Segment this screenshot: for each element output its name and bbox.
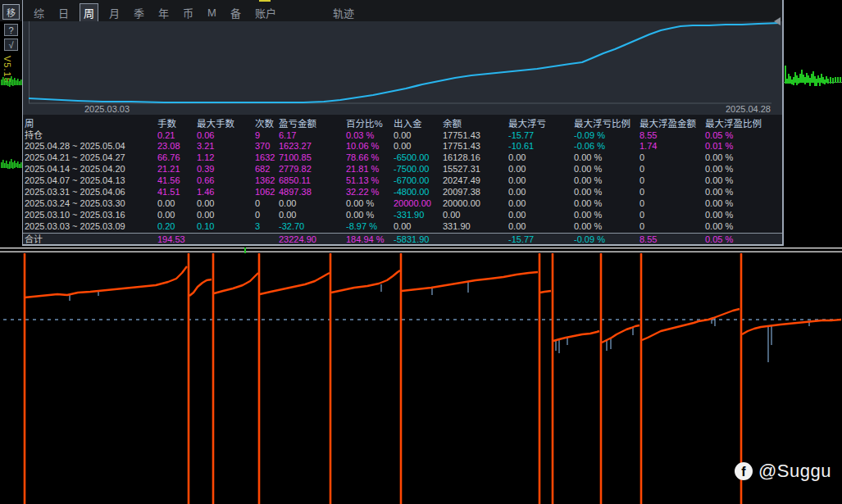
menu-item-3[interactable]: 周 xyxy=(80,3,98,22)
table-row[interactable]: 2025.04.07 ~ 2025.04.1341.560.6613626850… xyxy=(22,175,783,186)
volume-bar xyxy=(803,75,804,83)
cell: 51.13 % xyxy=(346,175,379,186)
cell: 682 xyxy=(255,163,270,175)
cell: 0.00 xyxy=(508,209,526,220)
table-row[interactable]: 2025.03.24 ~ 2025.03.300.000.0000.000.00… xyxy=(22,198,783,209)
cell: -6700.00 xyxy=(394,175,429,186)
menu-item-8[interactable]: M xyxy=(204,6,220,20)
cell: 1623.27 xyxy=(279,140,312,152)
column-header: 盈亏金额 xyxy=(279,118,316,129)
window-border-right[interactable] xyxy=(782,0,784,246)
cell: 0.00 xyxy=(279,209,296,220)
volume-bar xyxy=(794,72,796,83)
row-label: 2025.04.28 ~ 2025.05.04 xyxy=(25,140,125,152)
menu-item-7[interactable]: 币 xyxy=(180,4,197,21)
row-label: 2025.03.03 ~ 2025.03.09 xyxy=(25,220,125,232)
volume-bar xyxy=(798,78,799,84)
table-row[interactable]: 2025.04.14 ~ 2025.04.2021.210.396822779.… xyxy=(22,163,783,175)
cell: 41.51 xyxy=(157,186,180,198)
table-row[interactable]: 2025.03.03 ~ 2025.03.090.200.103-32.70-8… xyxy=(22,220,783,232)
edge-bar xyxy=(19,164,20,168)
cell: 0.00 % xyxy=(346,198,374,209)
cell: 23.08 xyxy=(157,140,180,152)
menu-item-5[interactable]: 季 xyxy=(130,4,148,21)
menu-item-1[interactable]: 综 xyxy=(30,4,48,21)
edge-bar xyxy=(9,161,11,169)
row-label: 2025.03.10 ~ 2025.03.16 xyxy=(25,209,125,220)
menu-item-6[interactable]: 年 xyxy=(155,4,172,21)
cell: 0.01 % xyxy=(705,140,733,152)
cell: 15527.31 xyxy=(443,163,480,175)
cell: 0.00 xyxy=(197,198,214,209)
volume-bar xyxy=(796,75,798,85)
total-row[interactable]: 合计194.5323224.90184.94 %-5831.90-15.77-0… xyxy=(22,233,783,245)
edge-bar xyxy=(4,163,6,168)
table-row[interactable]: 2025.03.31 ~ 2025.04.0641.511.4610624897… xyxy=(22,186,783,198)
cell: 0.00 xyxy=(443,209,460,220)
menu-item-4[interactable]: 月 xyxy=(106,4,123,21)
watermark-handle: @Suggu xyxy=(758,461,831,482)
row-label: 2025.03.24 ~ 2025.03.30 xyxy=(25,198,125,209)
cell: 3.21 xyxy=(197,140,214,152)
volume-bar xyxy=(826,76,827,83)
cell: 0.00 % xyxy=(346,209,374,220)
facebook-icon: f xyxy=(735,462,753,480)
cell: 0 xyxy=(255,209,260,220)
cell: 1.74 xyxy=(639,140,657,152)
cell: 0.00 % xyxy=(705,152,733,163)
volume-bar xyxy=(817,75,819,83)
cell: 0.00 % xyxy=(574,198,602,209)
cell: 0 xyxy=(255,198,260,209)
pnl-curve-segment xyxy=(742,320,841,334)
table-row[interactable]: 2025.03.10 ~ 2025.03.160.000.0000.000.00… xyxy=(22,209,783,220)
volume-bar xyxy=(822,77,824,84)
menu-item-2[interactable]: 日 xyxy=(55,4,72,21)
menu-item-9[interactable]: 备 xyxy=(227,4,244,21)
cell: 0.00 % xyxy=(705,220,733,232)
menu-item-trail[interactable]: 轨迹 xyxy=(330,4,357,21)
volume-bar xyxy=(824,79,826,84)
pnl-curve-segment xyxy=(260,273,330,294)
volume-bar xyxy=(840,77,841,83)
cell: 17751.43 xyxy=(443,140,480,152)
cell: 0.00 xyxy=(157,209,175,220)
cell: 0.00 % xyxy=(574,152,602,163)
cell: 0.00 % xyxy=(574,186,602,198)
cell: 0.21 xyxy=(157,129,175,141)
move-tool-button[interactable]: 移 xyxy=(2,4,20,20)
edge-bar xyxy=(1,162,2,168)
cell: 0 xyxy=(639,186,644,198)
volume-bar xyxy=(788,74,790,84)
cell: 1632 xyxy=(255,152,275,163)
volume-bar xyxy=(811,74,812,83)
cell: 0.00 % xyxy=(574,220,602,232)
column-header: 周 xyxy=(25,118,34,129)
row-label: 持仓 xyxy=(25,129,43,141)
volume-bar xyxy=(837,77,839,83)
table-row[interactable]: 2025.04.28 ~ 2025.05.0423.083.213701623.… xyxy=(22,140,783,152)
menu-item-10[interactable]: 账户 xyxy=(252,4,280,21)
window-border-bottom[interactable] xyxy=(22,244,783,246)
table-row[interactable]: 持仓0.210.0696.170.03 %0.0017751.43-15.77-… xyxy=(22,129,783,141)
cell: 0 xyxy=(639,198,644,209)
volume-bar xyxy=(816,79,817,86)
cell: 0.00 % xyxy=(574,163,602,175)
cell: 0.00 xyxy=(394,220,411,232)
column-header: 余额 xyxy=(443,118,462,129)
row-label: 2025.04.07 ~ 2025.04.13 xyxy=(25,175,125,186)
column-header: 手数 xyxy=(157,118,176,129)
volume-bar xyxy=(799,74,801,83)
cell: 23224.90 xyxy=(279,234,316,245)
column-header: 最大浮亏 xyxy=(508,118,546,129)
volume-bar xyxy=(808,75,809,83)
cell: 0.00 xyxy=(508,163,526,175)
help-button[interactable]: ? xyxy=(4,24,18,36)
cell: -5831.90 xyxy=(394,234,429,245)
edge-bar xyxy=(7,164,9,169)
edge-bar xyxy=(6,161,7,168)
volume-bar xyxy=(804,77,806,84)
table-row[interactable]: 2025.04.21 ~ 2025.04.2766.761.1216327100… xyxy=(22,152,783,163)
cell: 9 xyxy=(255,129,260,141)
confirm-button[interactable]: √ xyxy=(4,39,18,51)
row-label: 2025.03.31 ~ 2025.04.06 xyxy=(25,186,125,198)
